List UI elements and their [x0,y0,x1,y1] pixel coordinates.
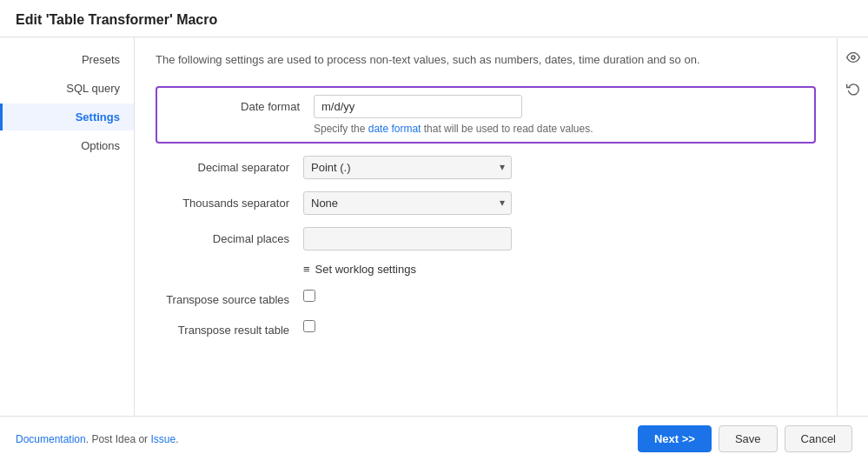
thousands-separator-control: None Point (.) Comma (,) Space ▾ [303,191,668,215]
decimal-places-row: Decimal places [156,227,816,251]
sidebar-item-presets[interactable]: Presets [0,46,134,73]
description-text: The following settings are used to proce… [156,51,816,69]
decimal-separator-row: Decimal separator Point (.) Comma (,) No… [156,156,816,179]
footer-period: . [176,433,178,445]
main-area: Presets SQL query Settings Options The f… [0,37,868,416]
date-format-hint: Specify the date format that will be use… [314,123,679,135]
thousands-separator-row: Thousands separator None Point (.) Comma… [156,191,816,215]
sidebar-item-settings[interactable]: Settings [0,104,134,130]
date-format-label: Date format [166,95,314,113]
form-section: Date format Specify the date format that… [156,86,816,349]
save-button[interactable]: Save [719,425,778,452]
transpose-result-row: Transpose result table [156,318,816,337]
footer-buttons: Next >> Save Cancel [638,425,852,452]
footer-links: Documentation. Post Idea or Issue. [16,433,178,445]
svg-point-0 [851,56,855,59]
decimal-places-label: Decimal places [156,227,303,245]
right-icons-panel [837,37,868,416]
transpose-result-label: Transpose result table [156,318,303,337]
documentation-link[interactable]: Documentation [16,433,86,445]
thousands-separator-label: Thousands separator [156,191,303,210]
worklog-label: Set worklog settings [315,263,416,276]
decimal-separator-label: Decimal separator [156,156,303,174]
date-format-input[interactable] [314,95,522,118]
sidebar-item-options[interactable]: Options [0,132,134,159]
hint-suffix: that will be used to read date values. [421,123,593,135]
transpose-source-label: Transpose source tables [156,288,303,306]
page-header: Edit 'Table Transformer' Macro [0,0,868,37]
sidebar: Presets SQL query Settings Options [0,37,135,416]
sidebar-item-sql-query[interactable]: SQL query [0,75,134,102]
issue-link[interactable]: Issue [150,433,176,445]
next-button[interactable]: Next >> [638,425,712,452]
page-title: Edit 'Table Transformer' Macro [16,12,217,27]
decimal-separator-control: Point (.) Comma (,) None ▾ [303,156,668,179]
cancel-button[interactable]: Cancel [785,425,852,452]
decimal-places-control [303,227,668,251]
date-format-link[interactable]: date format [368,123,421,135]
date-format-box: Date format Specify the date format that… [156,86,816,144]
content-area: The following settings are used to proce… [135,37,837,416]
decimal-places-input[interactable] [303,227,512,251]
footer-post-text: . Post Idea or [86,433,151,445]
hint-prefix: Specify the [314,123,368,135]
transpose-result-checkbox[interactable] [303,320,315,332]
refresh-icon[interactable] [842,77,865,100]
transpose-source-row: Transpose source tables [156,288,816,306]
worklog-settings-link[interactable]: ≡ Set worklog settings [303,263,816,276]
decimal-separator-select[interactable]: Point (.) Comma (,) None [303,156,512,179]
thousands-separator-select[interactable]: None Point (.) Comma (,) Space [303,191,512,215]
transpose-source-checkbox[interactable] [303,290,315,302]
worklog-icon: ≡ [303,263,310,276]
decimal-separator-select-wrap: Point (.) Comma (,) None ▾ [303,156,512,179]
transpose-source-checkbox-wrap [303,288,315,304]
thousands-separator-select-wrap: None Point (.) Comma (,) Space ▾ [303,191,512,215]
date-format-row: Date format Specify the date format that… [166,95,805,135]
date-format-control: Specify the date format that will be use… [314,95,679,135]
eye-icon[interactable] [842,46,865,69]
transpose-result-checkbox-wrap [303,318,315,335]
footer: Documentation. Post Idea or Issue. Next … [0,416,868,461]
